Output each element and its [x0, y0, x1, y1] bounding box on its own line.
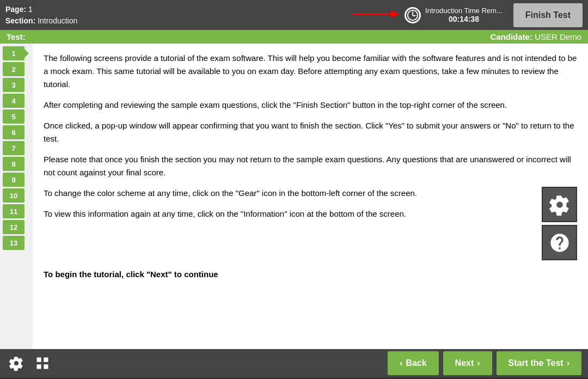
icon-section: To change the color scheme at any time, … — [44, 187, 577, 260]
info-icon-box — [542, 225, 577, 260]
sidebar-item-5[interactable]: 5 — [3, 109, 24, 124]
gear-text: To change the color scheme at any time, … — [44, 187, 531, 200]
question-icon — [549, 232, 571, 254]
gear-footer-icon — [9, 356, 24, 371]
start-test-button[interactable]: Start the Test › — [497, 351, 581, 375]
section-label: Section: — [5, 16, 35, 25]
icons-part — [542, 187, 577, 260]
footer-left — [7, 353, 52, 373]
sidebar-item-12[interactable]: 12 — [3, 220, 24, 234]
grid-view-button[interactable] — [33, 353, 52, 373]
icon-section-text: To change the color scheme at any time, … — [44, 187, 531, 228]
section-info: Section: Introduction — [5, 15, 350, 27]
sidebar-item-9[interactable]: 9 — [3, 173, 24, 187]
start-chevron: › — [567, 358, 569, 368]
next-label: Next — [455, 358, 474, 368]
sidebar-item-1[interactable]: 1 — [3, 46, 24, 60]
gear-icon — [549, 194, 571, 216]
sidebar-item-7[interactable]: 7 — [3, 141, 24, 155]
back-button[interactable]: ‹ Back — [388, 351, 439, 375]
grid-icon — [35, 356, 50, 371]
next-chevron: › — [477, 358, 480, 368]
header-left: Page: 1 Section: Introduction — [5, 4, 350, 27]
back-chevron: ‹ — [400, 358, 402, 368]
page-label: Page: — [5, 5, 26, 14]
back-label: Back — [406, 358, 426, 368]
timer-text: Introduction Time Rem... 00:14:38 — [425, 7, 503, 23]
content-area: The following screens provide a tutorial… — [33, 44, 588, 349]
candidate-name: USER Demo — [535, 32, 581, 41]
sidebar-item-6[interactable]: 6 — [3, 125, 24, 139]
main-layout: 1 2 3 4 5 6 7 8 9 10 11 12 13 The follow… — [0, 44, 588, 349]
sidebar: 1 2 3 4 5 6 7 8 9 10 11 12 13 — [0, 44, 33, 349]
sidebar-item-11[interactable]: 11 — [3, 204, 24, 218]
content-paragraph-1: The following screens provide a tutorial… — [44, 52, 577, 91]
candidate-label: Candidate: — [490, 32, 532, 41]
sidebar-item-4[interactable]: 4 — [3, 94, 24, 108]
timer-container: Introduction Time Rem... 00:14:38 — [405, 7, 503, 23]
timer-title: Introduction Time Rem... — [425, 7, 503, 15]
svg-marker-1 — [391, 10, 399, 18]
info-text: To view this information again at any ti… — [44, 207, 531, 221]
timer-value: 00:14:38 — [425, 15, 503, 23]
page-number: 1 — [28, 5, 33, 14]
gear-settings-button[interactable] — [7, 353, 26, 373]
content-paragraph-3: Once clicked, a pop-up window will appea… — [44, 119, 577, 145]
footer: ‹ Back Next › Start the Test › — [0, 349, 588, 377]
cta-text: To begin the tutorial, click "Next" to c… — [44, 270, 218, 279]
sidebar-item-2[interactable]: 2 — [3, 62, 24, 76]
test-label: Test: — [7, 32, 26, 41]
start-label: Start the Test — [509, 358, 564, 368]
finish-test-button[interactable]: Finish Test — [513, 3, 583, 27]
sidebar-item-8[interactable]: 8 — [3, 157, 24, 171]
footer-right: ‹ Back Next › Start the Test › — [388, 351, 581, 375]
info-bar: Test: Candidate: USER Demo — [0, 30, 588, 44]
section-name: Introduction — [38, 16, 77, 25]
sidebar-item-3[interactable]: 3 — [3, 78, 24, 92]
header: Page: 1 Section: Introduction Introducti… — [0, 0, 588, 30]
sidebar-item-13[interactable]: 13 — [3, 236, 24, 250]
clock-icon — [405, 7, 421, 23]
red-arrow-icon — [350, 6, 399, 22]
gear-icon-box — [542, 187, 577, 222]
candidate-info: Candidate: USER Demo — [490, 32, 581, 41]
sidebar-item-10[interactable]: 10 — [3, 188, 24, 203]
page-info: Page: 1 — [5, 4, 350, 15]
next-button[interactable]: Next › — [443, 351, 492, 375]
content-paragraph-2: After completing and reviewing the sampl… — [44, 99, 577, 112]
content-paragraph-4: Please note that once you finish the sec… — [44, 153, 577, 179]
